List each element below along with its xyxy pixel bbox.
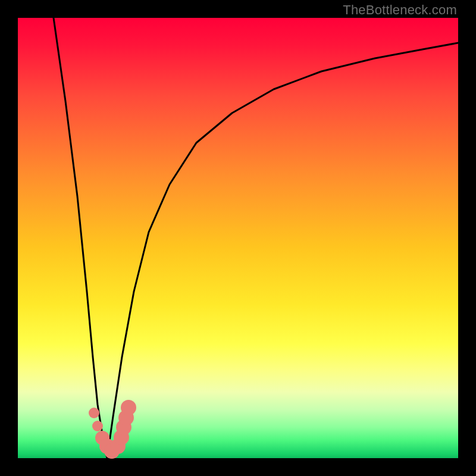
bottleneck-curve bbox=[54, 18, 458, 458]
chart-overlay bbox=[18, 18, 458, 458]
marker-dots bbox=[89, 400, 136, 459]
plot-area bbox=[18, 18, 458, 458]
data-marker bbox=[89, 408, 99, 418]
data-marker bbox=[121, 400, 136, 415]
watermark-text: TheBottleneck.com bbox=[343, 2, 457, 18]
data-marker bbox=[92, 421, 103, 431]
curve-lines bbox=[54, 18, 458, 458]
chart-frame: TheBottleneck.com bbox=[0, 0, 476, 476]
